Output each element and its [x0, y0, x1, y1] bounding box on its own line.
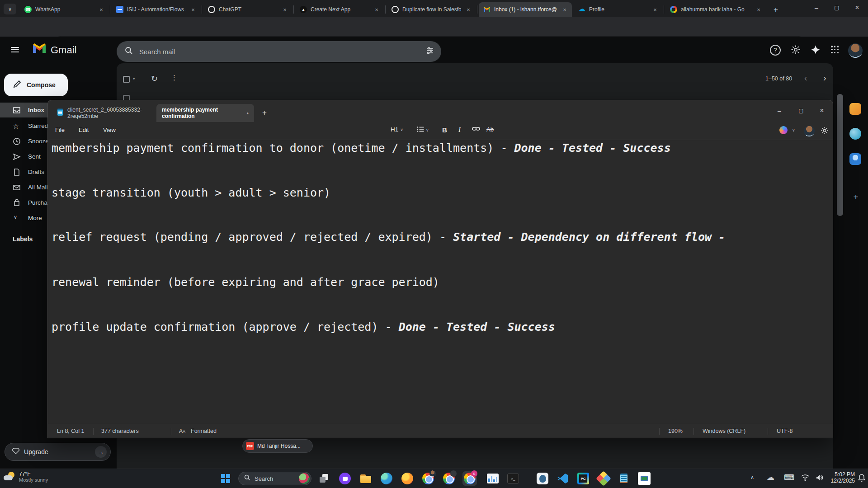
sidebar-extension-teal-icon[interactable] — [849, 128, 861, 140]
postgresql-app-icon[interactable] — [535, 471, 550, 486]
tab-close-icon[interactable]: × — [189, 6, 197, 13]
tab-gmail-inbox-active[interactable]: Inbox (1) - ishann.tforce@ × — [479, 2, 572, 17]
zoom-level[interactable]: 190% — [668, 428, 683, 434]
tab-close-icon[interactable]: × — [755, 6, 762, 13]
newer-page-icon[interactable]: ‹ — [804, 73, 807, 83]
status-separator — [768, 428, 768, 435]
search-icon[interactable] — [125, 47, 133, 56]
chevron-down-icon: ∨ — [400, 127, 403, 132]
bold-button[interactable]: B — [442, 126, 447, 134]
onedrive-cloud-icon[interactable]: ☁ — [767, 473, 774, 482]
window-maximize-button[interactable]: ▢ — [827, 0, 847, 15]
pycharm-app-icon[interactable]: PC — [576, 471, 590, 486]
tab-close-icon[interactable]: × — [651, 6, 659, 13]
start-button[interactable] — [218, 471, 233, 486]
upgrade-button[interactable]: Upgrade → — [5, 443, 111, 461]
chrome-profile2-icon[interactable] — [442, 471, 456, 486]
window-close-button[interactable]: × — [847, 0, 867, 15]
notepad-editor[interactable]: membership payment confirmation to donor… — [48, 140, 833, 424]
chrome-profile1-icon[interactable] — [421, 471, 435, 486]
link-button[interactable] — [472, 126, 480, 131]
tab-separator — [202, 5, 202, 14]
notepad-tab-membership-active[interactable]: membership payment confirmation ● — [156, 104, 254, 122]
tab-search-chevron-icon[interactable]: ∨ — [4, 4, 16, 14]
tab-close-icon[interactable]: × — [281, 6, 288, 13]
new-tab-button[interactable]: + — [769, 4, 782, 16]
chevron-down-icon: ∨ — [792, 128, 795, 132]
task-view-button[interactable] — [317, 471, 331, 486]
labels-heading: Labels — [13, 235, 33, 243]
gmail-search-placeholder[interactable]: Search mail — [139, 48, 426, 56]
settings-gear-icon[interactable] — [790, 44, 801, 57]
taskbar-clock[interactable]: 5:02 PM 12/2/2025 — [829, 471, 855, 484]
taskbar-search-box[interactable]: Search — [238, 472, 311, 485]
tab-google-search[interactable]: allahumma barik laha - Go × — [665, 2, 766, 17]
notepad-tab-client-secret[interactable]: client_secret_2_60053885332-2reqe52rribe — [52, 104, 156, 122]
refresh-mail-icon[interactable]: ↻ — [151, 74, 158, 84]
older-page-icon[interactable]: › — [823, 73, 826, 83]
terminal-app-icon[interactable]: >_ — [506, 471, 520, 486]
notification-bell-icon[interactable] — [858, 474, 865, 484]
italic-button[interactable]: I — [458, 126, 461, 134]
page-scrollbar-thumb[interactable] — [837, 94, 843, 216]
system-monitor-app-icon[interactable] — [486, 471, 500, 486]
touch-keyboard-icon[interactable]: ⌨ — [784, 473, 794, 482]
window-minimize-button[interactable]: – — [807, 0, 826, 15]
tab-close-icon[interactable]: × — [98, 6, 105, 13]
gmail-menu-icon[interactable] — [11, 46, 19, 54]
tab-close-icon[interactable]: × — [561, 6, 568, 13]
tab-whatsapp[interactable]: ☎ WhatsApp × — [20, 2, 108, 17]
wifi-icon[interactable] — [801, 474, 809, 483]
notepad-app-icon[interactable] — [617, 471, 631, 486]
tab-chatgpt[interactable]: ChatGPT × — [203, 2, 292, 17]
gmail-search-bar[interactable]: Search mail — [117, 41, 441, 62]
download-chip[interactable]: PDF Md Tanjir Hossa... — [242, 439, 313, 453]
tray-expand-chevron[interactable]: ∧ — [750, 474, 754, 480]
tab-title: membership payment confirmation — [162, 107, 242, 119]
menu-file[interactable]: File — [55, 127, 65, 133]
notepad-minimize-button[interactable]: – — [769, 102, 789, 119]
notepad-close-button[interactable]: × — [812, 102, 832, 119]
bing-daily-image-icon[interactable] — [299, 473, 310, 484]
tab-create-next-app[interactable]: ▲ Create Next App × — [295, 2, 384, 17]
google-apps-grid-icon[interactable] — [831, 46, 839, 54]
vscode-app-icon[interactable] — [556, 471, 570, 486]
notepad-new-tab-button[interactable]: + — [259, 107, 270, 119]
more-actions-icon[interactable]: ⋮ — [171, 74, 178, 82]
git-gui-app-icon[interactable] — [596, 471, 611, 486]
notepad-account-avatar[interactable] — [804, 126, 815, 136]
taskbar-weather-widget[interactable]: 77°F Mostly sunny — [4, 471, 48, 483]
volume-icon[interactable] — [816, 474, 824, 483]
taskpro-app-icon[interactable] — [637, 471, 651, 486]
list-dropdown[interactable]: ∨ — [417, 126, 429, 134]
firefox-browser-icon[interactable] — [400, 471, 415, 486]
tab-duplicate-flow[interactable]: Duplicate flow in Salesfor × — [387, 2, 476, 17]
clipchamp-app-icon[interactable] — [338, 471, 352, 486]
heading-style-dropdown[interactable]: H1∨ — [391, 126, 403, 133]
compose-button[interactable]: Compose — [4, 74, 68, 96]
edge-browser-icon[interactable] — [379, 471, 394, 486]
sidebar-extension-orange-icon[interactable] — [849, 103, 861, 115]
sidebar-label: More — [28, 215, 42, 221]
tab-salesforce-profile[interactable]: ☁ Profile × — [574, 2, 662, 17]
tab-close-icon[interactable]: × — [373, 6, 380, 13]
tab-close-icon[interactable]: × — [465, 6, 472, 13]
copilot-dropdown[interactable]: ∨ — [779, 126, 795, 134]
gemini-sparkle-icon[interactable] — [810, 44, 821, 57]
select-dropdown-icon[interactable]: ▾ — [133, 76, 135, 81]
line-ending: Windows (CRLF) — [703, 428, 745, 434]
tab-isij-automation[interactable]: ISIJ - Automation/Flows S × — [112, 2, 200, 17]
chrome-profile3-icon-active[interactable]: S — [462, 471, 477, 486]
sidebar-add-icon[interactable]: + — [851, 192, 860, 202]
notepad-maximize-button[interactable]: ▢ — [791, 102, 811, 119]
sidebar-extension-person-icon[interactable] — [849, 153, 861, 165]
menu-view[interactable]: View — [103, 127, 116, 133]
clear-formatting-button[interactable]: Ab — [486, 126, 494, 133]
gmail-account-avatar[interactable] — [848, 43, 863, 58]
select-all-checkbox[interactable] — [123, 76, 130, 83]
file-explorer-icon[interactable] — [359, 471, 373, 486]
menu-edit[interactable]: Edit — [79, 127, 89, 133]
notepad-settings-gear-icon[interactable] — [820, 126, 829, 137]
help-icon[interactable]: ? — [770, 45, 781, 56]
search-options-icon[interactable] — [426, 47, 434, 56]
